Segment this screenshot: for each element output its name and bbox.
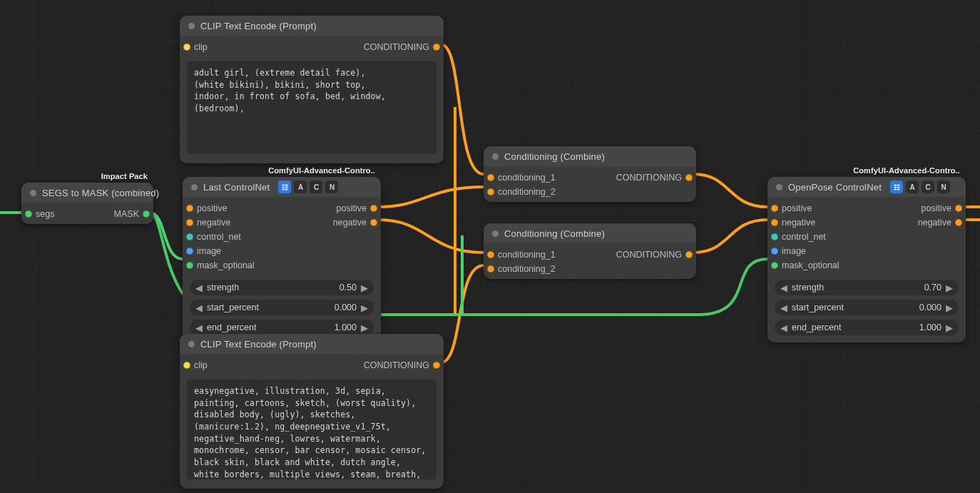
node-title: Conditioning (Combine)	[504, 151, 605, 162]
node-title-bar[interactable]: CLIP Text Encode (Prompt)	[180, 334, 444, 354]
badge-n-icon: N	[325, 181, 338, 193]
node-title: CLIP Text Encode (Prompt)	[200, 21, 317, 31]
extension-tag: ComfyUI-Advanced-Contro..	[853, 166, 960, 175]
badge-a-icon: A	[906, 181, 919, 193]
collapse-dot-icon[interactable]	[30, 190, 36, 196]
chevron-right-icon[interactable]: ▶	[944, 283, 954, 293]
extension-badges: ☷ A C N	[278, 181, 338, 193]
node-last-controlnet[interactable]: ComfyUI-Advanced-Contro.. Last ControlNe…	[183, 177, 381, 342]
output-port-positive[interactable]: positive	[282, 201, 374, 215]
node-title: CLIP Text Encode (Prompt)	[200, 339, 317, 350]
node-title: OpenPose ControlNet	[788, 182, 882, 193]
input-port-conditioning-2[interactable]: conditioning_2	[491, 185, 590, 199]
chevron-right-icon[interactable]: ▶	[944, 303, 954, 313]
controlnet-icon: ☷	[890, 181, 903, 193]
collapse-dot-icon[interactable]	[191, 184, 198, 190]
chevron-left-icon[interactable]: ◀	[779, 283, 789, 293]
output-port-positive[interactable]: positive	[867, 201, 959, 215]
input-port-image[interactable]: image	[775, 244, 867, 258]
input-port-conditioning-1[interactable]: conditioning_1	[491, 248, 590, 262]
input-port-positive[interactable]: positive	[190, 201, 282, 215]
param-strength[interactable]: ◀ strength 0.70 ▶	[775, 280, 959, 295]
input-port-image[interactable]: image	[190, 244, 282, 258]
node-title: SEGS to MASK (combined)	[42, 188, 159, 198]
param-start-percent[interactable]: ◀ start_percent 0.000 ▶	[190, 300, 374, 315]
extension-tag: ComfyUI-Advanced-Contro..	[268, 166, 375, 175]
extension-badges: ☷ A C N	[890, 181, 950, 193]
output-port-conditioning[interactable]: CONDITIONING	[312, 358, 437, 372]
node-segs-to-mask[interactable]: Impact Pack SEGS to MASK (combined) segs…	[21, 183, 153, 224]
chevron-left-icon[interactable]: ◀	[194, 283, 204, 293]
input-port-conditioning-1[interactable]: conditioning_1	[491, 171, 590, 185]
node-title-bar[interactable]: CLIP Text Encode (Prompt)	[180, 16, 444, 36]
node-conditioning-combine-1[interactable]: Conditioning (Combine) conditioning_1 co…	[484, 146, 696, 202]
badge-n-icon: N	[937, 181, 950, 193]
collapse-dot-icon[interactable]	[492, 153, 499, 160]
param-start-percent[interactable]: ◀ start_percent 0.000 ▶	[775, 300, 959, 315]
chevron-left-icon[interactable]: ◀	[194, 322, 204, 333]
node-title-bar[interactable]: Last ControlNet ☷ A C N	[183, 177, 381, 197]
input-port-mask-optional[interactable]: mask_optional	[775, 258, 867, 273]
chevron-left-icon[interactable]: ◀	[779, 322, 789, 333]
node-clip-text-encode-negative[interactable]: CLIP Text Encode (Prompt) clip CONDITION…	[180, 334, 444, 489]
output-port-mask[interactable]: MASK	[88, 207, 147, 221]
node-openpose-controlnet[interactable]: ComfyUI-Advanced-Contro.. OpenPose Contr…	[767, 177, 966, 342]
param-strength[interactable]: ◀ strength 0.50 ▶	[190, 280, 374, 295]
node-title-bar[interactable]: SEGS to MASK (combined)	[21, 183, 153, 203]
chevron-right-icon[interactable]: ▶	[359, 303, 369, 313]
input-port-positive[interactable]: positive	[775, 201, 867, 215]
node-clip-text-encode-positive[interactable]: CLIP Text Encode (Prompt) clip CONDITION…	[180, 16, 444, 163]
input-port-clip[interactable]: clip	[187, 40, 312, 54]
prompt-textarea[interactable]	[187, 61, 437, 154]
param-end-percent[interactable]: ◀ end_percent 1.000 ▶	[190, 320, 374, 335]
node-title-bar[interactable]: Conditioning (Combine)	[484, 223, 696, 243]
input-port-conditioning-2[interactable]: conditioning_2	[491, 262, 590, 276]
chevron-right-icon[interactable]: ▶	[359, 283, 369, 293]
output-port-negative[interactable]: negative	[867, 215, 959, 230]
node-title: Conditioning (Combine)	[504, 228, 605, 239]
node-conditioning-combine-2[interactable]: Conditioning (Combine) conditioning_1 co…	[484, 223, 696, 279]
badge-a-icon: A	[294, 181, 307, 193]
collapse-dot-icon[interactable]	[188, 23, 195, 29]
output-port-conditioning[interactable]: CONDITIONING	[590, 248, 689, 262]
input-port-negative[interactable]: negative	[775, 215, 867, 230]
input-port-control-net[interactable]: control_net	[775, 230, 867, 244]
chevron-left-icon[interactable]: ◀	[194, 303, 204, 313]
controlnet-icon: ☷	[278, 181, 291, 193]
collapse-dot-icon[interactable]	[188, 341, 195, 347]
collapse-dot-icon[interactable]	[492, 230, 499, 237]
chevron-left-icon[interactable]: ◀	[779, 303, 789, 313]
input-port-negative[interactable]: negative	[190, 215, 282, 230]
prompt-textarea[interactable]	[187, 380, 437, 479]
output-port-negative[interactable]: negative	[282, 215, 374, 230]
node-title-bar[interactable]: OpenPose ControlNet ☷ A C N	[767, 177, 966, 197]
node-title: Last ControlNet	[203, 182, 270, 193]
input-port-segs[interactable]: segs	[29, 207, 88, 221]
input-port-clip[interactable]: clip	[187, 358, 312, 372]
input-port-control-net[interactable]: control_net	[190, 230, 282, 244]
node-title-bar[interactable]: Conditioning (Combine)	[484, 146, 696, 166]
chevron-right-icon[interactable]: ▶	[944, 322, 954, 333]
chevron-right-icon[interactable]: ▶	[359, 322, 369, 333]
param-end-percent[interactable]: ◀ end_percent 1.000 ▶	[775, 320, 959, 335]
output-port-conditioning[interactable]: CONDITIONING	[312, 40, 437, 54]
badge-c-icon: C	[922, 181, 934, 193]
badge-c-icon: C	[310, 181, 322, 193]
collapse-dot-icon[interactable]	[776, 184, 782, 190]
extension-tag: Impact Pack	[101, 172, 148, 181]
output-port-conditioning[interactable]: CONDITIONING	[590, 171, 689, 185]
input-port-mask-optional[interactable]: mask_optional	[190, 258, 282, 273]
